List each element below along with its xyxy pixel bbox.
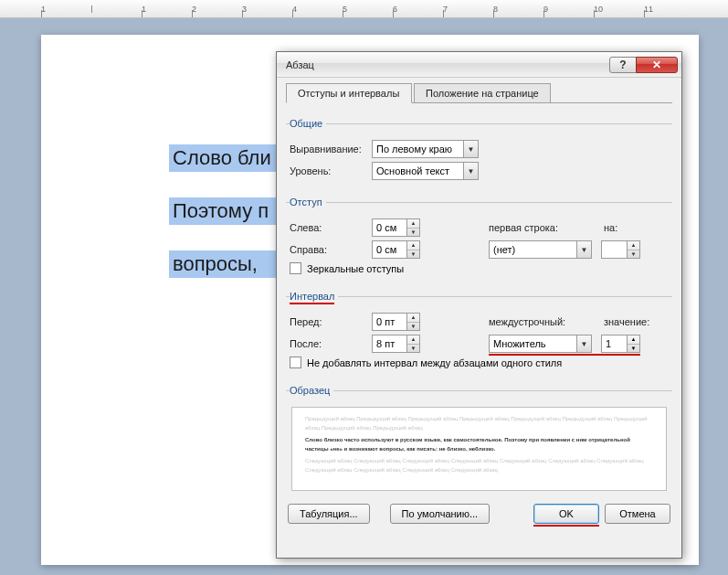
no-space-same-style-label: Не добавлять интервал между абзацами одн…: [307, 357, 562, 368]
chevron-down-icon[interactable]: ▼: [463, 140, 479, 158]
indent-right-spinner[interactable]: ▲▼: [372, 240, 420, 259]
tab-page-position[interactable]: Положение на странице: [414, 83, 551, 103]
group-indent: Отступ Слева: ▲▼ первая строка: на: Спра…: [286, 197, 672, 280]
checkbox-icon[interactable]: [290, 262, 301, 274]
spacing-at-spinner[interactable]: ▲▼: [601, 335, 640, 353]
indent-by-spinner[interactable]: ▲▼: [601, 240, 640, 259]
tabs-button[interactable]: Табуляция...: [288, 504, 370, 524]
firstline-label: первая строка:: [489, 222, 580, 233]
spacing-after-value[interactable]: [372, 335, 406, 353]
firstline-combo[interactable]: ▼: [489, 240, 592, 259]
dialog-title: Абзац: [286, 59, 610, 70]
ok-button[interactable]: OK: [533, 504, 599, 524]
linespacing-label: междустрочный:: [489, 316, 580, 327]
group-spacing-legend: Интервал: [290, 291, 338, 302]
paragraph-dialog: Абзац ? ✕ Отступы и интервалы Положение …: [276, 51, 682, 559]
level-label: Уровень:: [290, 165, 372, 176]
indent-left-value[interactable]: [372, 218, 406, 237]
spacing-before-value[interactable]: [372, 313, 406, 331]
alignment-value[interactable]: [372, 140, 463, 158]
preview-prev: Предыдущий абзац Предыдущий абзац Предыд…: [305, 415, 653, 432]
mirror-indents-label: Зеркальные отступы: [307, 263, 404, 274]
indent-left-label: Слева:: [290, 222, 372, 233]
spacing-after-spinner[interactable]: ▲▼: [372, 335, 420, 353]
indent-by-value[interactable]: [601, 240, 627, 259]
group-preview: Образец Предыдущий абзац Предыдущий абза…: [286, 385, 672, 495]
group-indent-legend: Отступ: [290, 197, 326, 208]
group-spacing: Интервал Перед: ▲▼ междустрочный: значен…: [286, 291, 672, 374]
preview-main: Слово близко часто используют в русском …: [305, 436, 653, 453]
dialog-titlebar[interactable]: Абзац ? ✕: [277, 52, 681, 78]
chevron-down-icon[interactable]: ▼: [576, 335, 592, 353]
tab-strip: Отступы и интервалы Положение на страниц…: [286, 83, 672, 107]
group-general: Общие Выравнивание: ▼ Уровень: ▼: [286, 118, 672, 186]
indent-right-label: Справа:: [290, 244, 372, 255]
preview-box: Предыдущий абзац Предыдущий абзац Предыд…: [291, 407, 667, 491]
alignment-combo[interactable]: ▼: [372, 140, 479, 158]
spacing-at-value[interactable]: [601, 335, 627, 353]
level-value[interactable]: [372, 162, 463, 180]
no-space-same-style-checkbox[interactable]: Не добавлять интервал между абзацами одн…: [290, 357, 669, 368]
chevron-down-icon[interactable]: ▼: [463, 162, 479, 180]
checkbox-icon[interactable]: [290, 357, 301, 368]
firstline-value[interactable]: [489, 240, 576, 259]
spacing-before-spinner[interactable]: ▲▼: [372, 313, 420, 331]
spacing-at-label: значение:: [604, 316, 651, 327]
button-bar: Табуляция... По умолчанию... OK Отмена: [286, 504, 672, 524]
alignment-label: Выравнивание:: [290, 144, 372, 154]
preview-next: Следующий абзац Следующий абзац Следующи…: [305, 457, 653, 474]
level-combo[interactable]: ▼: [372, 162, 479, 180]
linespacing-value[interactable]: [489, 335, 576, 353]
indent-left-spinner[interactable]: ▲▼: [372, 218, 420, 237]
group-preview-legend: Образец: [290, 385, 333, 396]
spacing-before-label: Перед:: [290, 316, 372, 327]
group-general-legend: Общие: [290, 118, 326, 129]
indent-right-value[interactable]: [372, 240, 406, 259]
linespacing-combo[interactable]: ▼: [489, 335, 592, 353]
tab-indents-spacing[interactable]: Отступы и интервалы: [286, 83, 412, 103]
cancel-button[interactable]: Отмена: [605, 504, 670, 524]
close-button[interactable]: ✕: [636, 57, 678, 73]
mirror-indents-checkbox[interactable]: Зеркальные отступы: [290, 262, 669, 274]
default-button[interactable]: По умолчанию...: [390, 504, 491, 524]
help-button[interactable]: ?: [609, 57, 637, 73]
chevron-down-icon[interactable]: ▼: [576, 240, 592, 259]
spacing-after-label: После:: [290, 338, 372, 349]
indent-by-label: на:: [604, 222, 631, 233]
horizontal-ruler: 1 1 2 3 4 5 6 7 8 9 10 11: [0, 0, 728, 18]
